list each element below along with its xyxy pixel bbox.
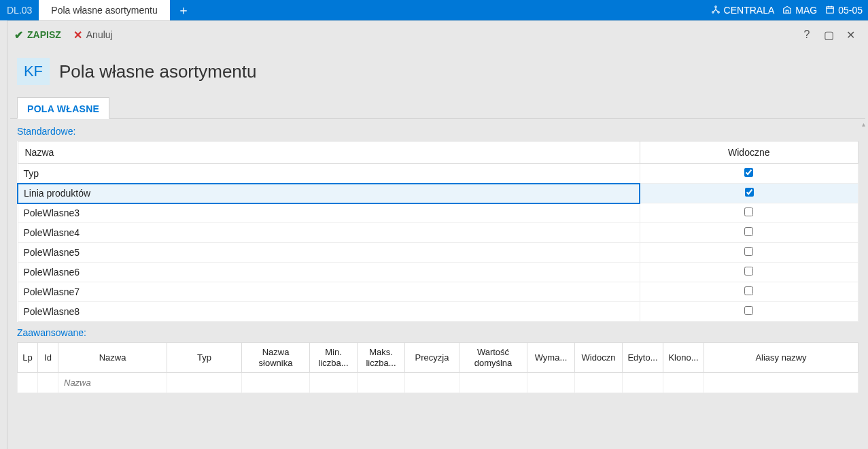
action-bar: ✔ ZAPISZ ✕ Anuluj ? ▢ ✕ [7,21,868,48]
col-header-alias[interactable]: Aliasy nazwy [704,343,858,373]
visible-checkbox[interactable] [744,207,753,216]
titlebar-spacer [197,0,700,20]
cell-max[interactable] [358,373,405,393]
field-visible-cell[interactable] [640,164,858,184]
save-button[interactable]: ✔ ZAPISZ [14,29,61,41]
field-visible-cell[interactable] [640,282,858,302]
table-row[interactable]: PoleWlasne4 [18,223,858,243]
cell-def[interactable] [459,373,527,393]
col-header-def[interactable]: Wartość domyślna [459,343,527,373]
visible-checkbox[interactable] [744,306,753,315]
date-label: 05-05 [838,5,863,16]
table-row[interactable]: PoleWlasne5 [18,243,858,263]
field-name-cell[interactable]: PoleWlasne3 [18,203,640,223]
cell-edit[interactable] [623,373,663,393]
visible-checkbox[interactable] [744,286,753,295]
col-header-name[interactable]: Nazwa [18,142,640,164]
svg-point-2 [718,11,719,12]
field-visible-cell[interactable] [640,243,858,263]
visible-checkbox[interactable] [745,188,754,197]
col-header-type[interactable]: Typ [167,343,242,373]
cell-id[interactable] [38,373,58,393]
field-name-cell[interactable]: PoleWlasne8 [18,302,640,322]
cancel-button[interactable]: ✕ Anuluj [73,29,113,41]
svg-rect-3 [827,6,834,12]
table-row[interactable]: PoleWlasne3 [18,203,858,223]
cell-name[interactable] [58,373,167,393]
col-header-prec[interactable]: Precyzja [405,343,459,373]
visible-checkbox[interactable] [744,267,753,276]
advanced-fields-table: Lp Id Nazwa Typ Nazwa słownika Min. licz… [17,342,858,393]
svg-point-0 [714,5,716,7]
titlebar-centrala[interactable]: CENTRALA [711,5,775,16]
col-header-min[interactable]: Min. liczba... [310,343,358,373]
field-name-cell[interactable]: PoleWlasne6 [18,263,640,282]
field-visible-cell[interactable] [640,223,858,243]
svg-point-1 [712,11,713,12]
field-name-cell[interactable]: Typ [18,164,640,184]
field-name-cell[interactable]: Linia produktów [18,184,640,203]
col-header-edit[interactable]: Edyto... [623,343,663,373]
col-header-req[interactable]: Wyma... [527,343,575,373]
save-label: ZAPISZ [27,29,61,40]
calendar-icon [825,5,835,16]
tab-previous[interactable]: DL.03 [0,0,39,20]
tab-add-button[interactable]: ＋ [170,0,197,20]
cell-type[interactable] [167,373,242,393]
table-row[interactable]: Linia produktów [18,184,858,203]
col-header-clone[interactable]: Klono... [663,343,704,373]
plus-icon: ＋ [177,2,190,18]
col-header-id[interactable]: Id [38,343,58,373]
cell-dict[interactable] [242,373,310,393]
col-header-vis[interactable]: Widoczn [575,343,623,373]
header-badge: KF [17,58,50,85]
field-visible-cell[interactable] [640,263,858,282]
col-header-name[interactable]: Nazwa [58,343,167,373]
warehouse-icon [782,5,792,16]
tab-active[interactable]: Pola własne asortymentu [39,0,169,20]
close-button[interactable]: ✕ [839,24,861,46]
col-header-visible[interactable]: Widoczne [640,142,858,164]
visible-checkbox[interactable] [744,168,753,177]
cancel-label: Anuluj [86,29,113,40]
maximize-icon: ▢ [824,29,834,41]
visible-checkbox[interactable] [744,227,753,236]
titlebar-date[interactable]: 05-05 [825,5,863,16]
table-row[interactable]: PoleWlasne6 [18,263,858,282]
field-visible-cell[interactable] [640,203,858,223]
col-header-max[interactable]: Maks. liczba... [358,343,405,373]
cell-clone[interactable] [663,373,704,393]
help-button[interactable]: ? [796,24,818,46]
cell-lp[interactable] [18,373,38,393]
field-visible-cell[interactable] [640,302,858,322]
tab-own-fields[interactable]: POLA WŁASNE [17,97,109,119]
field-name-cell[interactable]: PoleWlasne4 [18,223,640,243]
field-visible-cell[interactable] [640,184,858,203]
field-name-cell[interactable]: PoleWlasne7 [18,282,640,302]
cell-min[interactable] [310,373,358,393]
cell-prec[interactable] [405,373,459,393]
table-row[interactable]: Typ [18,164,858,184]
close-icon: ✕ [73,29,82,41]
new-name-input[interactable] [61,375,164,390]
scroll-up-icon[interactable]: ▴ [862,120,865,128]
visible-checkbox[interactable] [744,247,753,256]
content-area: ▴ Standardowe: Nazwa Widoczne TypLinia p… [7,119,868,393]
maximize-button[interactable]: ▢ [818,24,839,46]
col-header-lp[interactable]: Lp [18,343,38,373]
org-icon [711,5,721,16]
table-row-new[interactable] [18,373,858,393]
cell-vis[interactable] [575,373,623,393]
field-name-cell[interactable]: PoleWlasne5 [18,243,640,263]
col-header-dict[interactable]: Nazwa słownika [242,343,310,373]
table-row[interactable]: PoleWlasne8 [18,302,858,322]
titlebar: DL.03 Pola własne asortymentu ＋ CENTRALA… [0,0,868,20]
section-advanced-label: Zaawansowane: [17,327,858,338]
tab-row: POLA WŁASNE [10,97,865,119]
table-row[interactable]: PoleWlasne7 [18,282,858,302]
section-standard-label: Standardowe: [17,126,858,137]
help-icon: ? [804,29,810,41]
titlebar-mag[interactable]: MAG [782,5,817,16]
cell-alias[interactable] [704,373,858,393]
cell-req[interactable] [527,373,575,393]
